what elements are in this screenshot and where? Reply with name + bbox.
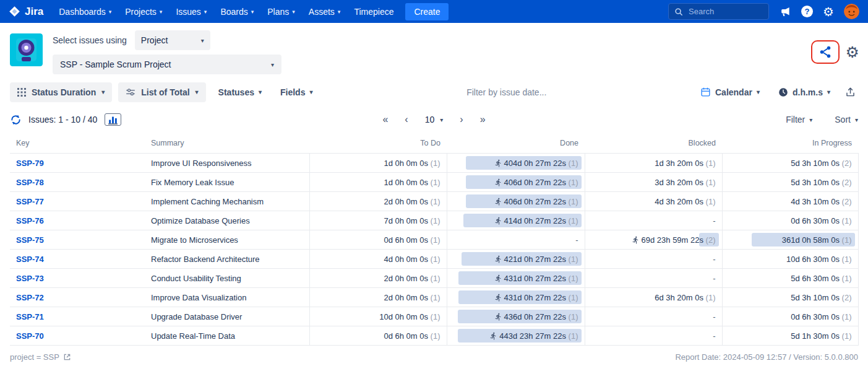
summary-cell: Improve UI Responsiveness xyxy=(145,154,309,173)
issue-key-link[interactable]: SSP-77 xyxy=(16,197,44,206)
fields-dropdown[interactable]: Fields ▾ xyxy=(274,82,319,102)
summary-cell: Fix Memory Leak Issue xyxy=(145,173,309,192)
chevron-down-icon: ▾ xyxy=(204,9,207,15)
blocked-cell: - xyxy=(585,250,722,269)
project-select[interactable]: SSP - Sample Scrum Project ▾ xyxy=(53,55,281,74)
nav-item-issues[interactable]: Issues▾ xyxy=(169,0,213,23)
time-format-label: d.h.m.s xyxy=(793,87,823,97)
status-count: (1) xyxy=(569,274,578,283)
key-cell: SSP-75 xyxy=(10,230,145,250)
issue-key-link[interactable]: SSP-73 xyxy=(16,274,44,283)
prev-page-button[interactable]: ‹ xyxy=(405,114,408,125)
duration-value: 0d 6h 30m 0s (1) xyxy=(791,312,851,321)
filter-dropdown[interactable]: Filter ▾ xyxy=(786,115,812,124)
global-search[interactable] xyxy=(668,3,769,20)
duration-value: 5d 1h 30m 0s (1) xyxy=(791,331,851,341)
duration-value: 404d 0h 27m 22s (1) xyxy=(494,159,578,168)
issue-key-link[interactable]: SSP-78 xyxy=(16,178,44,187)
nav-item-plans[interactable]: Plans▾ xyxy=(260,0,302,23)
jira-logo[interactable]: Jira xyxy=(9,6,43,18)
summary-cell: Refactor Backend Architecture xyxy=(145,250,309,269)
report-type-label: Status Duration xyxy=(32,87,96,97)
chevron-down-icon: ▾ xyxy=(757,89,760,95)
column-header-todo: To Do xyxy=(309,133,447,154)
duration-value: - xyxy=(713,274,715,283)
settings-gear-icon[interactable]: ⚙ xyxy=(823,6,834,18)
duration-value: 2d 0h 0m 0s (1) xyxy=(384,197,440,206)
calendar-dropdown[interactable]: Calendar ▾ xyxy=(694,82,766,102)
duration-value: 4d 3h 20m 0s (1) xyxy=(655,197,715,206)
megaphone-icon[interactable] xyxy=(779,6,791,18)
chevron-down-icon: ▾ xyxy=(251,9,254,15)
share-button[interactable] xyxy=(819,45,832,59)
export-button[interactable] xyxy=(843,84,858,100)
duration-value: 421d 0h 27m 22s (1) xyxy=(494,255,578,264)
column-header-key: Key xyxy=(10,133,145,154)
last-page-button[interactable]: » xyxy=(480,114,486,125)
report-type-button[interactable]: Status Duration ▾ xyxy=(10,82,112,102)
nav-item-timepiece[interactable]: Timepiece xyxy=(347,0,400,23)
nav-item-dashboards[interactable]: Dashboards▾ xyxy=(52,0,118,23)
search-input[interactable] xyxy=(687,6,755,17)
status-count: (1) xyxy=(706,159,716,168)
refresh-button[interactable] xyxy=(10,114,22,126)
first-page-button[interactable]: « xyxy=(382,114,388,125)
refresh-icon xyxy=(10,114,22,126)
duration-value: 431d 0h 27m 22s (1) xyxy=(494,274,578,283)
date-filter-input[interactable]: Filter by issue date... xyxy=(466,87,546,97)
nav-item-assets[interactable]: Assets▾ xyxy=(302,0,348,23)
summary-cell: Migrate to Microservices xyxy=(145,230,309,250)
user-avatar[interactable] xyxy=(844,4,859,19)
done-cell: 406d 0h 27m 22s (1) xyxy=(447,173,585,192)
page-size-select[interactable]: 10 ▾ xyxy=(425,115,444,124)
sort-dropdown[interactable]: Sort ▾ xyxy=(835,115,858,124)
issue-key-link[interactable]: SSP-72 xyxy=(16,293,44,302)
statuses-dropdown[interactable]: Statuses ▾ xyxy=(212,82,268,102)
chevron-down-icon: ▾ xyxy=(259,89,262,95)
issue-key-link[interactable]: SSP-71 xyxy=(16,312,44,321)
report-settings-gear-icon[interactable]: ⚙ xyxy=(846,45,859,60)
nav-item-boards[interactable]: Boards▾ xyxy=(213,0,260,23)
issue-key-link[interactable]: SSP-74 xyxy=(16,255,44,264)
inprogress-cell: 0d 6h 30m 0s (1) xyxy=(722,211,858,230)
table-row: SSP-74Refactor Backend Architecture4d 0h… xyxy=(10,250,858,269)
search-icon xyxy=(674,7,683,16)
filter-label: Filter xyxy=(786,115,805,124)
duration-value: 2d 0h 0m 0s (1) xyxy=(384,274,440,283)
issue-key-link[interactable]: SSP-79 xyxy=(16,159,44,168)
status-count: (1) xyxy=(842,235,852,245)
next-page-button[interactable]: › xyxy=(460,114,463,125)
external-link-icon[interactable] xyxy=(63,353,71,361)
view-mode-button[interactable]: List of Total ▾ xyxy=(118,82,205,102)
calendar-label: Calendar xyxy=(715,87,752,97)
column-header-blocked: Blocked xyxy=(585,133,722,154)
select-issues-label: Select issues using xyxy=(53,35,127,45)
todo-cell: 1d 0h 0m 0s (1) xyxy=(309,154,447,173)
duration-value: - xyxy=(713,216,715,225)
issue-source-select[interactable]: Project ▾ xyxy=(135,30,210,50)
inprogress-cell: 5d 3h 10m 0s (2) xyxy=(722,154,858,173)
help-icon[interactable]: ? xyxy=(801,6,813,17)
todo-cell: 2d 0h 0m 0s (1) xyxy=(309,192,447,211)
runner-icon xyxy=(494,198,502,206)
chart-view-button[interactable] xyxy=(105,113,121,126)
header-actions: ⚙ xyxy=(811,40,859,64)
status-count: (2) xyxy=(842,293,852,302)
status-count: (1) xyxy=(431,312,440,321)
create-button[interactable]: Create xyxy=(405,3,449,20)
status-count: (1) xyxy=(569,159,578,168)
nav-item-projects[interactable]: Projects▾ xyxy=(118,0,169,23)
time-format-dropdown[interactable]: d.h.m.s ▾ xyxy=(772,82,836,102)
chevron-down-icon: ▾ xyxy=(809,116,812,123)
inprogress-cell: 0d 6h 30m 0s (1) xyxy=(722,307,858,326)
blocked-cell: 4d 3h 20m 0s (1) xyxy=(585,192,722,211)
inprogress-cell: 5d 6h 30m 0s (1) xyxy=(722,269,858,288)
issue-key-link[interactable]: SSP-70 xyxy=(16,331,44,341)
project-avatar-icon xyxy=(10,33,43,66)
nav-item-label: Assets xyxy=(309,7,335,17)
table-row: SSP-79Improve UI Responsiveness1d 0h 0m … xyxy=(10,154,858,173)
avatar-face xyxy=(844,4,859,19)
issue-key-link[interactable]: SSP-76 xyxy=(16,216,44,225)
issue-key-link[interactable]: SSP-75 xyxy=(16,235,44,245)
runner-icon xyxy=(494,313,502,321)
